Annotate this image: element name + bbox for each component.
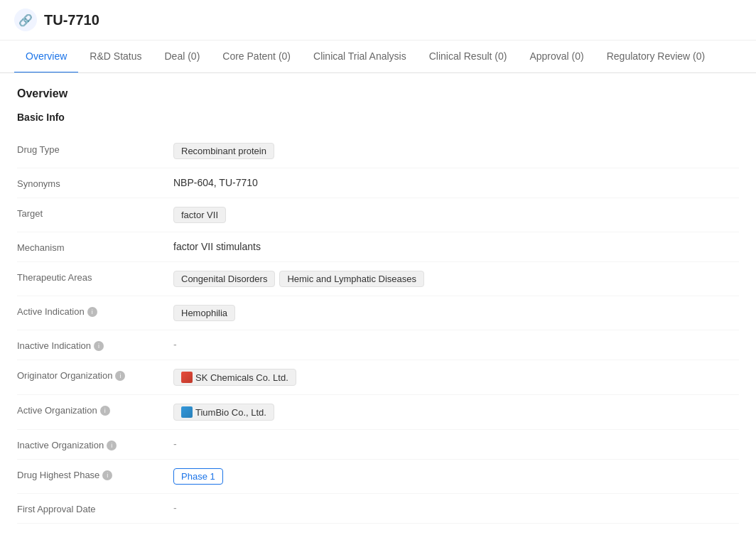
drug-icon: 🔗 [14, 9, 37, 31]
active-indication-value: Hemophilia [173, 305, 739, 321]
tab-core-patent[interactable]: Core Patent (0) [211, 40, 302, 73]
therapeutic-areas-value: Congenital Disorders Hemic and Lymphatic… [173, 271, 739, 287]
target-row: Target factor VII [17, 198, 739, 232]
tab-regulatory-review[interactable]: Regulatory Review (0) [595, 40, 717, 73]
inactive-org-label: Inactive Organization i [17, 438, 173, 450]
inactive-indication-value: - [173, 339, 739, 350]
originator-org-info-icon: i [115, 371, 125, 381]
drug-type-label: Drug Type [17, 143, 173, 155]
tab-approval[interactable]: Approval (0) [518, 40, 595, 73]
active-indication-tag: Hemophilia [173, 305, 235, 321]
active-org-row: Active Organization i TiumBio Co., Ltd. [17, 395, 739, 430]
drug-highest-phase-label: Drug Highest Phase i [17, 468, 173, 480]
inactive-org-row: Inactive Organization i - [17, 430, 739, 460]
first-approval-date-label: First Approval Date [17, 502, 173, 514]
inactive-indication-label: Inactive Indication i [17, 339, 173, 351]
therapeutic-area-1-tag: Congenital Disorders [173, 271, 275, 287]
drug-type-tag: Recombinant protein [173, 143, 274, 159]
tab-deal[interactable]: Deal (0) [153, 40, 212, 73]
mechanism-value: factor VII stimulants [173, 241, 739, 252]
mechanism-label: Mechanism [17, 241, 173, 253]
synonyms-row: Synonyms NBP-604, TU-7710 [17, 168, 739, 198]
therapeutic-areas-label: Therapeutic Areas [17, 271, 173, 283]
inactive-org-value: - [173, 438, 739, 450]
main-content: Overview Basic Info Drug Type Recombinan… [0, 73, 756, 538]
page-title: Overview [17, 87, 739, 100]
mechanism-row: Mechanism factor VII stimulants [17, 232, 739, 262]
first-approval-date-value: - [173, 502, 739, 514]
originator-org-label: Originator Organization i [17, 369, 173, 381]
drug-type-value: Recombinant protein [173, 143, 739, 159]
inactive-indication-info-icon: i [94, 341, 104, 351]
active-indication-row: Active Indication i Hemophilia [17, 296, 739, 330]
tab-clinical-trial[interactable]: Clinical Trial Analysis [302, 40, 418, 73]
first-approval-date-row: First Approval Date - [17, 494, 739, 524]
therapeutic-areas-row: Therapeutic Areas Congenital Disorders H… [17, 262, 739, 296]
drug-type-row: Drug Type Recombinant protein [17, 134, 739, 168]
originator-org-row: Originator Organization i SK Chemicals C… [17, 360, 739, 395]
active-indication-info-icon: i [87, 307, 97, 317]
originator-org-tag: SK Chemicals Co. Ltd. [173, 369, 296, 386]
drug-highest-phase-row: Drug Highest Phase i Phase 1 [17, 460, 739, 494]
drug-highest-phase-value: Phase 1 [173, 468, 739, 485]
tab-clinical-result[interactable]: Clinical Result (0) [418, 40, 519, 73]
active-org-label: Active Organization i [17, 404, 173, 416]
synonyms-value: NBP-604, TU-7710 [173, 177, 739, 188]
therapeutic-area-2-tag: Hemic and Lymphatic Diseases [279, 271, 424, 287]
tab-overview[interactable]: Overview [14, 40, 78, 73]
target-value: factor VII [173, 207, 739, 223]
target-label: Target [17, 207, 173, 219]
basic-info-title: Basic Info [17, 112, 739, 123]
drug-title: TU-7710 [44, 12, 99, 28]
active-org-info-icon: i [100, 406, 110, 416]
inactive-indication-row: Inactive Indication i - [17, 330, 739, 360]
active-org-tag: TiumBio Co., Ltd. [173, 404, 274, 421]
active-org-value: TiumBio Co., Ltd. [173, 404, 739, 421]
active-indication-label: Active Indication i [17, 305, 173, 317]
inactive-org-info-icon: i [107, 441, 117, 450]
active-org-logo [181, 406, 193, 418]
tab-rd-status[interactable]: R&D Status [78, 40, 153, 73]
drug-highest-phase-tag: Phase 1 [173, 468, 223, 485]
target-tag: factor VII [173, 207, 226, 223]
tab-navigation: Overview R&D Status Deal (0) Core Patent… [0, 40, 756, 73]
originator-org-value: SK Chemicals Co. Ltd. [173, 369, 739, 386]
drug-highest-phase-info-icon: i [102, 470, 112, 480]
originator-org-logo [181, 372, 193, 383]
page-header: 🔗 TU-7710 [0, 0, 756, 40]
synonyms-label: Synonyms [17, 177, 173, 189]
